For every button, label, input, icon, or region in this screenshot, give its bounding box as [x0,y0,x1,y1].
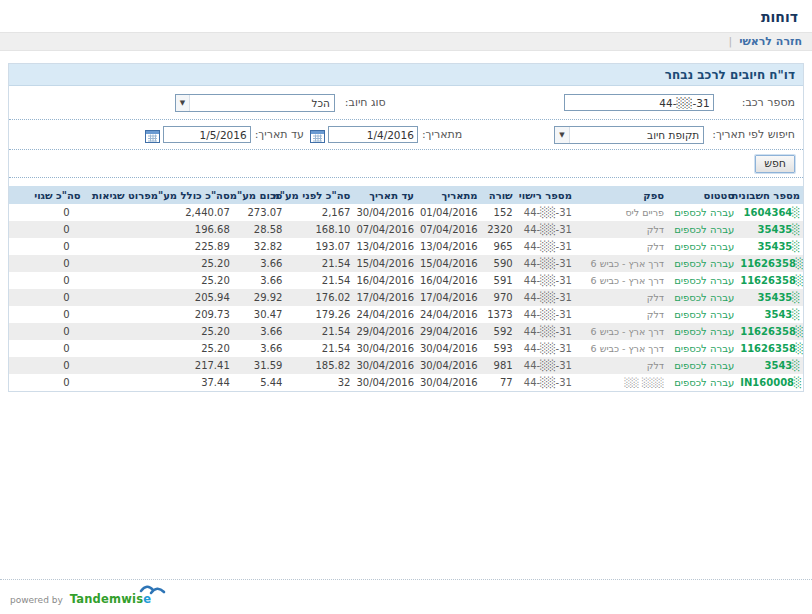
cell-total-invalid: 0 [9,238,84,255]
cell-total-before-vat: 21.54 [285,323,353,340]
vehicle-number-label: מספר רכב: [742,96,795,109]
cell-vat-amount: 3.66 [233,255,286,272]
from-date-input[interactable] [328,126,418,143]
topbar: חזרה לראשי| [0,32,812,51]
cell-status: עברה לכספים [667,323,737,340]
cell-total-incl-vat: 217.41 [154,357,233,374]
cell-to-date: 30/04/2016 [353,340,417,357]
cell-invoice-number[interactable]: 11626358░ [737,272,803,289]
cell-total-invalid: 0 [9,357,84,374]
cell-to-date: 24/04/2016 [353,306,417,323]
cell-supplier: דלק [575,357,667,374]
cell-status: עברה לכספים [667,238,737,255]
cell-total-invalid: 0 [9,255,84,272]
column-header-from-date: מתאריך [417,186,481,204]
calendar-icon[interactable] [145,128,160,142]
cell-total-before-vat: 21.54 [285,255,353,272]
to-date-input[interactable] [163,126,251,143]
cell-total-incl-vat: 2,440.07 [154,204,233,221]
table-row: 3543░עברה לכספיםדלק44-░░-3198130/04/2016… [9,357,803,374]
search-button[interactable]: חפש [755,155,795,173]
column-header-supplier: ספק [575,186,667,204]
table-body: 1604364░עברה לכספיםפריים ליס44-░░-311520… [9,204,803,391]
cell-from-date: 16/04/2016 [417,272,481,289]
cell-to-date: 07/04/2016 [353,221,417,238]
cell-status: עברה לכספים [667,255,737,272]
topbar-divider: | [728,35,732,48]
column-header-status: סטטוס [667,186,737,204]
cell-total-incl-vat: 25.20 [154,340,233,357]
cell-error-details [84,374,154,391]
cell-supplier: דרך ארץ - כביש 6 [575,272,667,289]
panel-title: דו"ח חיובים לרכב נבחר [9,64,803,86]
cell-license-number: 44-░░-31 [516,340,575,357]
cell-total-before-vat: 21.54 [285,340,353,357]
cell-row-number: 970 [481,289,516,306]
back-to-main-link[interactable]: חזרה לראשי [739,35,802,48]
footer: powered by Tandemwise [10,592,151,606]
cell-row-number: 590 [481,255,516,272]
cell-total-invalid: 0 [9,306,84,323]
cell-vat-amount: 3.66 [233,323,286,340]
cell-error-details [84,272,154,289]
cell-invoice-number[interactable]: 11626358░ [737,323,803,340]
cell-supplier: דרך ארץ - כביש 6 [575,255,667,272]
cell-vat-amount: 273.07 [233,204,286,221]
table-row: 35435░עברה לכספיםדלק44-░░-31232007/04/20… [9,221,803,238]
cell-total-before-vat: 168.10 [285,221,353,238]
calendar-icon[interactable] [310,128,325,142]
column-header-row-number: שורה [481,186,516,204]
cell-total-invalid: 0 [9,272,84,289]
cell-to-date: 13/04/2016 [353,238,417,255]
cell-row-number: 965 [481,238,516,255]
cell-supplier: דלק [575,238,667,255]
page-title: דוחות [0,0,812,32]
vehicle-number-input[interactable] [564,94,714,111]
cell-total-invalid: 0 [9,204,84,221]
cell-invoice-number[interactable]: 11626358░ [737,340,803,357]
cell-from-date: 15/04/2016 [417,255,481,272]
cell-error-details [84,238,154,255]
cell-total-before-vat: 193.07 [285,238,353,255]
cell-total-invalid: 0 [9,221,84,238]
cell-invoice-number[interactable]: 35435░ [737,238,803,255]
cell-to-date: 29/04/2016 [353,323,417,340]
cell-invoice-number[interactable]: IN160008░ [737,374,803,391]
billing-period-select[interactable]: תקופת חיוב ▼ [554,126,704,144]
cell-invoice-number[interactable]: 3543░ [737,306,803,323]
cell-from-date: 30/04/2016 [417,340,481,357]
report-panel: דו"ח חיובים לרכב נבחר מספר רכב: סוג חיוב… [8,63,804,392]
table-row: 35435░עברה לכספיםדלק44-░░-3196513/04/201… [9,238,803,255]
cell-row-number: 77 [481,374,516,391]
cell-invoice-number[interactable]: 35435░ [737,221,803,238]
cell-invoice-number[interactable]: 11626358░ [737,255,803,272]
cell-row-number: 592 [481,323,516,340]
brand-logo[interactable]: Tandemwise [70,592,151,606]
cell-row-number: 593 [481,340,516,357]
cell-invoice-number[interactable]: 35435░ [737,289,803,306]
cell-error-details [84,340,154,357]
cell-total-incl-vat: 196.68 [154,221,233,238]
charges-table: מספר חשבוניתסטטוסספקמספר רישוישורהמתאריך… [9,186,803,391]
cell-license-number: 44-░░-31 [516,204,575,221]
cell-license-number: 44-░░-31 [516,306,575,323]
to-date-label: עד תאריך: [255,128,304,141]
cell-status: עברה לכספים [667,204,737,221]
cell-invoice-number[interactable]: 1604364░ [737,204,803,221]
cell-vat-amount: 3.66 [233,272,286,289]
cell-vat-amount: 28.58 [233,221,286,238]
cell-total-incl-vat: 209.73 [154,306,233,323]
footer-divider [0,579,812,580]
cell-vat-amount: 30.47 [233,306,286,323]
billing-period-value: תקופת חיוב [570,129,704,141]
cell-status: עברה לכספים [667,221,737,238]
cell-to-date: 17/04/2016 [353,289,417,306]
column-header-total-invalid: סה"כ שגוי [9,186,84,204]
cell-vat-amount: 3.66 [233,340,286,357]
table-row: 11626358░עברה לכספיםדרך ארץ - כביש 644-░… [9,340,803,357]
cell-invoice-number[interactable]: 3543░ [737,357,803,374]
charge-type-select[interactable]: הכל ▼ [175,94,335,112]
cell-status: עברה לכספים [667,272,737,289]
cell-supplier: פריים ליס [575,204,667,221]
column-header-total-incl-vat: סה"כ כולל מע"מ [154,186,233,204]
